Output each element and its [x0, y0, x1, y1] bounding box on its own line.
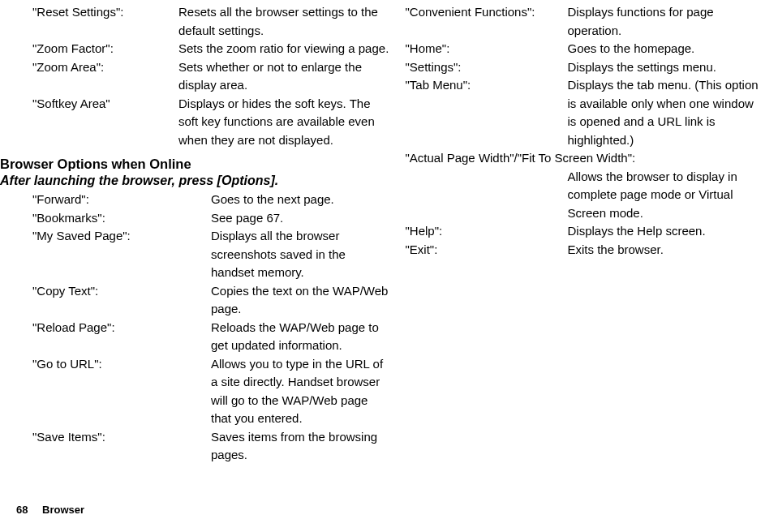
definition-term: "Bookmarks":: [32, 209, 211, 228]
definition-term: "Help":: [406, 222, 568, 241]
definition-term: "Save Items":: [32, 428, 211, 447]
definition-term: "Reset Settings":: [32, 3, 178, 22]
page-number: 68: [16, 504, 28, 516]
definition-row: "Copy Text": Copies the text on the WAP/…: [32, 282, 389, 319]
definition-term: "Forward":: [32, 191, 211, 209]
definition-row: "Home": Goes to the homepage.: [406, 40, 763, 58]
definition-desc: Displays the Help screen.: [568, 222, 763, 241]
definition-row: "Tab Menu": Displays the tab menu. (This…: [406, 76, 763, 149]
definition-desc: Sets the zoom ratio for viewing a page.: [178, 40, 389, 58]
definition-term: "Convenient Functions":: [406, 3, 568, 22]
definition-row: "My Saved Page": Displays all the browse…: [32, 227, 389, 282]
section-heading: Browser Options when Online: [0, 157, 389, 172]
definition-desc: Copies the text on the WAP/Web page.: [211, 282, 389, 319]
definition-desc-full: Allows the browser to display in complet…: [406, 168, 763, 223]
definition-term: "Reload Page":: [32, 319, 211, 337]
definition-term: "Go to URL":: [32, 355, 211, 374]
definition-row: "Exit": Exits the browser.: [406, 241, 763, 260]
definition-row: "Convenient Functions": Displays functio…: [406, 3, 763, 40]
definition-term: "Zoom Area":: [32, 58, 178, 77]
definition-desc: Reloads the WAP/Web page to get updated …: [211, 319, 389, 355]
definition-term: "My Saved Page":: [32, 227, 211, 246]
definition-row: "Softkey Area" Displays or hides the sof…: [32, 95, 389, 150]
definition-row: "Zoom Area": Sets whether or not to enla…: [32, 58, 389, 95]
definition-desc: Displays functions for page operation.: [568, 3, 763, 40]
definition-term-full: "Actual Page Width"/"Fit To Screen Width…: [406, 149, 763, 168]
definition-term: "Home":: [406, 40, 568, 58]
page-footer: 68 Browser: [16, 504, 84, 516]
definition-desc: Goes to the next page.: [211, 191, 389, 209]
definition-desc: Displays all the browser screenshots sav…: [211, 227, 389, 282]
definition-desc: Allows you to type in the URL of a site …: [211, 355, 389, 428]
definition-term: "Settings":: [406, 58, 568, 77]
definition-row: "Save Items": Saves items from the brows…: [32, 428, 389, 465]
definition-row: "Go to URL": Allows you to type in the U…: [32, 355, 389, 428]
definition-row: "Bookmarks": See page 67.: [32, 209, 389, 228]
definition-desc: Displays the tab menu. (This option is a…: [568, 76, 763, 149]
definition-row: "Settings": Displays the settings menu.: [406, 58, 763, 77]
definition-desc: Exits the browser.: [568, 241, 763, 260]
definition-row: "Help": Displays the Help screen.: [406, 222, 763, 241]
definition-desc: Saves items from the browsing pages.: [211, 428, 389, 465]
right-column: "Convenient Functions": Displays functio…: [398, 0, 779, 465]
definition-desc: Displays the settings menu.: [568, 58, 763, 77]
left-column: "Reset Settings": Resets all the browser…: [0, 0, 398, 465]
definition-row: "Reload Page": Reloads the WAP/Web page …: [32, 319, 389, 355]
definition-row: "Zoom Factor": Sets the zoom ratio for v…: [32, 40, 389, 58]
definition-row: "Forward": Goes to the next page.: [32, 191, 389, 209]
definition-term: "Copy Text":: [32, 282, 211, 301]
definition-desc: See page 67.: [211, 209, 389, 228]
definition-term: "Softkey Area": [32, 95, 178, 114]
definition-row: "Reset Settings": Resets all the browser…: [32, 3, 389, 40]
definition-term: "Tab Menu":: [406, 76, 568, 95]
definition-desc: Goes to the homepage.: [568, 40, 763, 58]
section-subheading: After launching the browser, press [Opti…: [0, 174, 389, 188]
definition-desc: Sets whether or not to enlarge the displ…: [178, 58, 389, 95]
definition-term: "Zoom Factor":: [32, 40, 178, 58]
definition-desc: Displays or hides the soft keys. The sof…: [178, 95, 389, 150]
definition-desc: Resets all the browser settings to the d…: [178, 3, 389, 40]
footer-section: Browser: [42, 504, 84, 516]
page-content: "Reset Settings": Resets all the browser…: [0, 0, 778, 465]
definition-term: "Exit":: [406, 241, 568, 260]
